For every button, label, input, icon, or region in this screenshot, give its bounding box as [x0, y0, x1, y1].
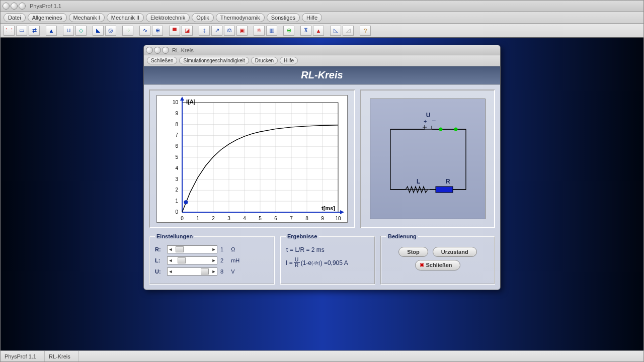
- circuit-label-u: U: [426, 112, 431, 119]
- main-window: PhysProf 1.1 Datei Allgemeines Mechanik …: [0, 0, 644, 362]
- resistor-icon: [436, 187, 453, 193]
- menu-optik[interactable]: Optik: [192, 13, 214, 22]
- tool-4-icon[interactable]: ▲: [46, 26, 57, 36]
- slider-l-left-icon[interactable]: ◄: [168, 258, 174, 263]
- menu-thermodynamik[interactable]: Thermodynamik: [216, 13, 265, 22]
- tool-9-icon[interactable]: ⁘: [122, 26, 133, 36]
- tool-19-icon[interactable]: ▥: [266, 26, 277, 36]
- tool-10-icon[interactable]: ∿: [139, 26, 150, 36]
- status-app: PhysProf 1.1: [1, 351, 45, 361]
- tool-21-icon[interactable]: ⊼: [300, 26, 311, 36]
- child-menu-help[interactable]: Hilfe: [280, 57, 298, 64]
- svg-text:3: 3: [227, 216, 230, 221]
- svg-text:+: +: [424, 118, 427, 124]
- menu-sonstiges[interactable]: Sonstiges: [267, 13, 300, 22]
- menu-hilfe[interactable]: Hilfe: [302, 13, 322, 22]
- tool-6-icon[interactable]: ◇: [75, 26, 87, 36]
- menu-datei[interactable]: Datei: [4, 13, 26, 22]
- svg-text:7: 7: [175, 132, 178, 138]
- tool-help-icon[interactable]: ?: [360, 26, 371, 36]
- tool-5-icon[interactable]: ⊔: [63, 26, 74, 36]
- svg-text:10: 10: [173, 100, 179, 105]
- svg-text:2: 2: [175, 187, 178, 193]
- menu-allgemeines[interactable]: Allgemeines: [28, 13, 67, 22]
- titlebar[interactable]: PhysProf 1.1: [1, 1, 643, 12]
- tool-1-icon[interactable]: ⋮⋮: [4, 26, 15, 36]
- tool-12-icon[interactable]: ▀: [169, 26, 180, 36]
- close-x-icon: ✖: [420, 262, 424, 268]
- tool-3-icon[interactable]: ⇄: [29, 26, 40, 36]
- slider-l[interactable]: ◄ ►: [167, 256, 217, 264]
- tool-8-icon[interactable]: ◎: [105, 26, 116, 36]
- statusbar: PhysProf 1.1 RL-Kreis: [1, 350, 643, 361]
- unit-l: mH: [231, 257, 239, 263]
- child-min-icon[interactable]: [154, 47, 161, 54]
- results-fieldset: Ergebnisse τ = L/R = 2 ms I = U R: [280, 233, 375, 285]
- close-button[interactable]: ✖Schließen: [415, 260, 461, 270]
- menu-elektrotechnik[interactable]: Elektrotechnik: [146, 13, 190, 22]
- svg-text:5: 5: [259, 216, 262, 221]
- child-window: RL-Kreis Schließen Simulationsgeschwindi…: [143, 45, 501, 290]
- slider-u-right-icon[interactable]: ►: [211, 269, 217, 274]
- tool-16-icon[interactable]: ⚖: [224, 26, 235, 36]
- svg-text:1: 1: [175, 198, 178, 204]
- slider-l-right-icon[interactable]: ►: [211, 258, 217, 263]
- tool-17-icon[interactable]: ▣: [236, 26, 248, 36]
- reset-button[interactable]: Urzustand: [433, 247, 477, 257]
- circuit-label-l: L: [417, 178, 420, 185]
- tool-7-icon[interactable]: ◣: [93, 26, 104, 36]
- child-menubar: Schließen Simulationsgeschwindigkeit Dru…: [144, 55, 500, 66]
- child-menu-print[interactable]: Drucken: [251, 57, 278, 64]
- tool-2-icon[interactable]: ▭: [16, 26, 27, 36]
- tool-18-icon[interactable]: ⚛: [254, 26, 265, 36]
- child-menu-close[interactable]: Schließen: [147, 57, 177, 64]
- svg-text:4: 4: [175, 165, 178, 171]
- tool-11-icon[interactable]: ⊕: [152, 26, 163, 36]
- graph-panel: 012345678910012345678910I[A]t[ms]: [149, 89, 355, 228]
- svg-marker-48: [340, 210, 344, 214]
- svg-text:5: 5: [175, 154, 178, 160]
- svg-point-51: [184, 200, 188, 204]
- child-titlebar[interactable]: RL-Kreis: [144, 45, 500, 55]
- svg-text:7: 7: [290, 216, 293, 221]
- menu-mechanik2[interactable]: Mechanik II: [107, 13, 144, 22]
- controls-legend: Bedienung: [386, 233, 418, 239]
- svg-text:6: 6: [175, 143, 178, 149]
- tool-24-icon[interactable]: ◿: [343, 26, 354, 36]
- child-close-icon[interactable]: [146, 47, 153, 54]
- tool-13-icon[interactable]: ◪: [182, 26, 193, 36]
- slider-r-left-icon[interactable]: ◄: [168, 247, 174, 252]
- window-close-icon[interactable]: [3, 3, 10, 10]
- window-min-icon[interactable]: [11, 3, 18, 10]
- svg-text:I[A]: I[A]: [186, 99, 196, 105]
- menu-mechanik1[interactable]: Mechanik I: [69, 13, 105, 22]
- label-r: R:: [155, 246, 164, 252]
- tool-15-icon[interactable]: ↗: [211, 26, 222, 36]
- circuit-label-r: R: [446, 178, 450, 185]
- app-title: PhysProf 1.1: [30, 3, 61, 9]
- stop-button[interactable]: Stop: [398, 247, 428, 257]
- label-u: U:: [155, 268, 164, 275]
- slider-r[interactable]: ◄ ►: [167, 245, 217, 253]
- tool-20-icon[interactable]: ⊕: [283, 26, 294, 36]
- current-vs-time-chart: 012345678910012345678910I[A]t[ms]: [156, 95, 348, 223]
- slider-u-left-icon[interactable]: ◄: [168, 269, 174, 274]
- tool-14-icon[interactable]: ‡: [199, 26, 210, 36]
- main-menubar: Datei Allgemeines Mechanik I Mechanik II…: [1, 12, 643, 24]
- slider-r-right-icon[interactable]: ►: [211, 247, 217, 252]
- controls-fieldset: Bedienung Stop Urzustand ✖Schließen: [380, 233, 495, 285]
- slider-u[interactable]: ◄ ►: [167, 267, 217, 276]
- chart-svg: 012345678910012345678910I[A]t[ms]: [157, 96, 348, 223]
- child-menu-speed[interactable]: Simulationsgeschwindigkeit: [179, 57, 249, 64]
- status-doc: RL-Kreis: [45, 351, 79, 361]
- unit-u: V: [231, 268, 234, 275]
- tool-22-icon[interactable]: ▲: [313, 26, 324, 36]
- tool-23-icon[interactable]: ◺: [330, 26, 341, 36]
- child-max-icon[interactable]: [162, 47, 169, 54]
- window-max-icon[interactable]: [19, 3, 26, 10]
- unit-r: Ω: [231, 246, 235, 252]
- circuit-diagram: U + − L: [370, 99, 486, 219]
- value-l: 2: [220, 257, 223, 263]
- value-u: 8: [220, 268, 223, 275]
- results-legend: Ergebnisse: [286, 233, 318, 239]
